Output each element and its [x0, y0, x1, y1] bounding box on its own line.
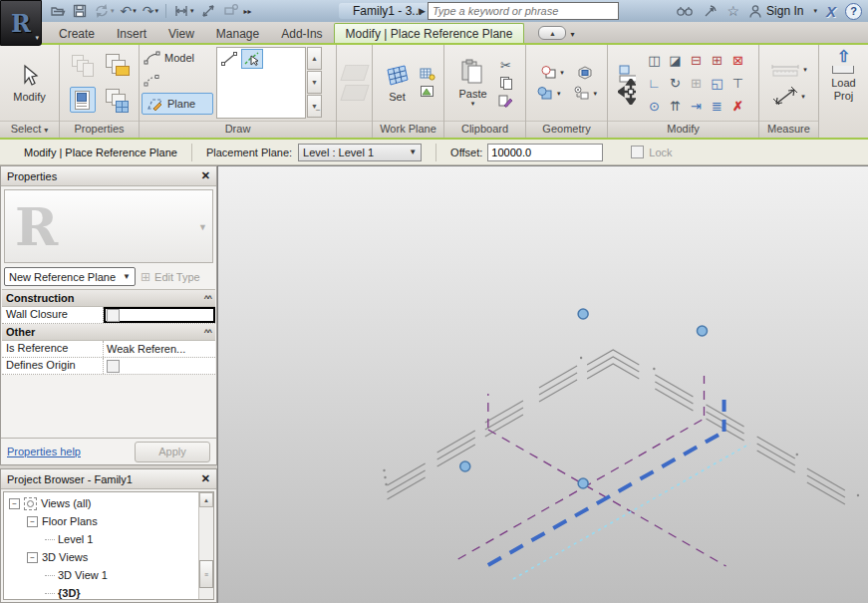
group-construction[interactable]: Construction ^​^: [2, 290, 215, 307]
tree-item[interactable]: Level 1: [4, 530, 199, 548]
drawing-canvas[interactable]: [217, 165, 868, 603]
measure-button[interactable]: [198, 2, 218, 20]
tab-create[interactable]: Create: [48, 24, 106, 43]
tab-addins[interactable]: Add-Ins: [270, 24, 333, 43]
copy-elements-button[interactable]: ⊙: [649, 99, 660, 114]
project-browser-header[interactable]: Project Browser - Family1 ✕: [1, 469, 216, 489]
tab-modify-place-reference-plane[interactable]: Modify | Place Reference Plane: [334, 23, 525, 43]
panel-label-work-plane[interactable]: Work Plane: [373, 121, 443, 138]
tree-scrollbar[interactable]: ▲ ≡: [198, 492, 213, 599]
work-plane-viewer-button[interactable]: [419, 84, 436, 100]
aligned-dimension-button-2[interactable]: ▾: [772, 85, 805, 109]
offset-button[interactable]: ∟: [648, 76, 661, 91]
load-into-project-button[interactable]: ⇧ Load Proj: [827, 49, 859, 105]
open-button[interactable]: [48, 2, 68, 20]
move-button[interactable]: [618, 84, 636, 100]
rotate-button[interactable]: ↻: [670, 76, 681, 91]
toolbar-overflow-button[interactable]: ▸▸: [242, 6, 254, 17]
tree-item[interactable]: −3D Views: [4, 548, 199, 566]
mirror-draw-axis-button[interactable]: ◪: [669, 53, 681, 68]
lock-checkbox[interactable]: [631, 146, 644, 158]
aligned-dimension-button[interactable]: ▾: [171, 2, 196, 20]
array-button[interactable]: ⇈: [670, 99, 681, 114]
communication-center-icon[interactable]: [703, 3, 719, 19]
tree-expander-icon[interactable]: −: [27, 552, 38, 563]
offset-input[interactable]: [487, 144, 603, 161]
reference-line-button[interactable]: [142, 70, 213, 92]
scale-button[interactable]: ◱: [711, 76, 723, 91]
gallery-expand[interactable]: ▼̲: [307, 95, 322, 118]
solid-form-icon[interactable]: [340, 65, 369, 81]
tag-button[interactable]: [220, 2, 240, 20]
panel-label-clipboard[interactable]: Clipboard: [444, 121, 525, 138]
tree-item[interactable]: {3D}: [4, 584, 199, 599]
paste-button[interactable]: Paste ▾: [454, 57, 490, 110]
search-input[interactable]: [428, 2, 619, 20]
tree-item[interactable]: −Floor Plans: [4, 512, 199, 530]
properties-button[interactable]: [70, 87, 96, 113]
gallery-scroll-down[interactable]: ▼: [307, 71, 322, 94]
defines-origin-value[interactable]: [104, 358, 215, 374]
new-family-button[interactable]: [105, 53, 129, 77]
delete-button[interactable]: ✗: [732, 99, 743, 114]
show-hidden-button[interactable]: [576, 65, 594, 81]
panel-label-measure[interactable]: Measure: [759, 121, 818, 138]
type-preview[interactable]: R ▼: [4, 189, 213, 263]
panel-label-modify[interactable]: Modify: [608, 121, 758, 138]
set-work-plane-button[interactable]: Set: [381, 62, 415, 105]
properties-palette-header[interactable]: Properties ✕: [1, 166, 216, 186]
scroll-up-icon[interactable]: ▲: [199, 492, 213, 507]
match-type-button[interactable]: [497, 93, 515, 109]
type-selector-dropdown[interactable]: New Reference Plane ▼: [4, 267, 136, 286]
tree-expander-icon[interactable]: −: [9, 498, 20, 509]
tab-insert[interactable]: Insert: [106, 24, 157, 43]
edit-type-button[interactable]: ⊞ Edit Type: [141, 270, 200, 284]
placement-plane-dropdown[interactable]: Level : Level 1 ▼: [298, 144, 422, 161]
modify-tool-button[interactable]: Modify: [9, 62, 49, 105]
chevron-down-icon[interactable]: ▾: [594, 90, 598, 98]
exchange-apps-icon[interactable]: X: [826, 3, 836, 20]
chevron-down-icon[interactable]: ▾: [557, 90, 561, 98]
tab-view[interactable]: View: [157, 24, 205, 43]
close-icon[interactable]: ✕: [201, 169, 210, 182]
tree-expander-icon[interactable]: −: [27, 516, 38, 527]
split-element-button[interactable]: ⊟: [691, 53, 702, 68]
help-icon[interactable]: ?: [845, 3, 862, 20]
show-work-plane-button[interactable]: [419, 66, 436, 82]
tree-item[interactable]: −Views (all): [4, 494, 199, 512]
panel-label-properties[interactable]: Properties: [60, 121, 139, 138]
reference-plane-button[interactable]: Plane: [142, 93, 213, 115]
sign-in-button[interactable]: Sign In: [748, 4, 803, 19]
chevron-down-icon[interactable]: ▾: [570, 30, 574, 39]
ribbon-collapse-button[interactable]: ▲: [538, 26, 566, 40]
panel-label-geometry[interactable]: Geometry: [526, 121, 607, 138]
trim-extend-multiple-button[interactable]: ≣: [712, 99, 723, 114]
measure-tool-button[interactable]: ▾: [770, 58, 807, 82]
gallery-scroll-up[interactable]: ▲: [307, 47, 322, 70]
pin-button[interactable]: ⊤: [732, 76, 743, 91]
panel-label-select[interactable]: Select ▾: [0, 121, 59, 138]
close-icon[interactable]: ✕: [201, 472, 210, 485]
is-reference-value[interactable]: Weak Referen...: [104, 341, 215, 357]
family-category-button[interactable]: [105, 88, 129, 112]
pick-lines-tool-selected[interactable]: [241, 49, 263, 69]
cut-geometry-button[interactable]: [539, 65, 557, 81]
chevron-down-icon[interactable]: ▾: [813, 7, 817, 15]
chevron-down-icon[interactable]: ▾: [560, 69, 564, 77]
panel-label-draw[interactable]: Draw: [140, 121, 336, 138]
search-history-arrow-icon[interactable]: ▶: [419, 6, 426, 16]
tab-manage[interactable]: Manage: [205, 24, 270, 43]
family-types-button[interactable]: [71, 53, 95, 77]
group-other[interactable]: Other ^​^: [2, 324, 215, 341]
search-binoculars-icon[interactable]: [676, 3, 694, 19]
join-geometry-button[interactable]: [536, 86, 554, 102]
mirror-pick-axis-button[interactable]: ◫: [648, 53, 660, 68]
wall-closure-value[interactable]: [104, 307, 215, 323]
application-menu-button[interactable]: R ▾: [0, 0, 42, 46]
split-with-gap-button[interactable]: ⊞: [712, 53, 723, 68]
save-button[interactable]: [70, 2, 90, 20]
properties-help-link[interactable]: Properties help: [7, 446, 81, 457]
model-line-button[interactable]: Model: [142, 47, 213, 69]
favorites-star-icon[interactable]: ☆: [727, 3, 740, 19]
apply-button[interactable]: Apply: [135, 442, 210, 462]
